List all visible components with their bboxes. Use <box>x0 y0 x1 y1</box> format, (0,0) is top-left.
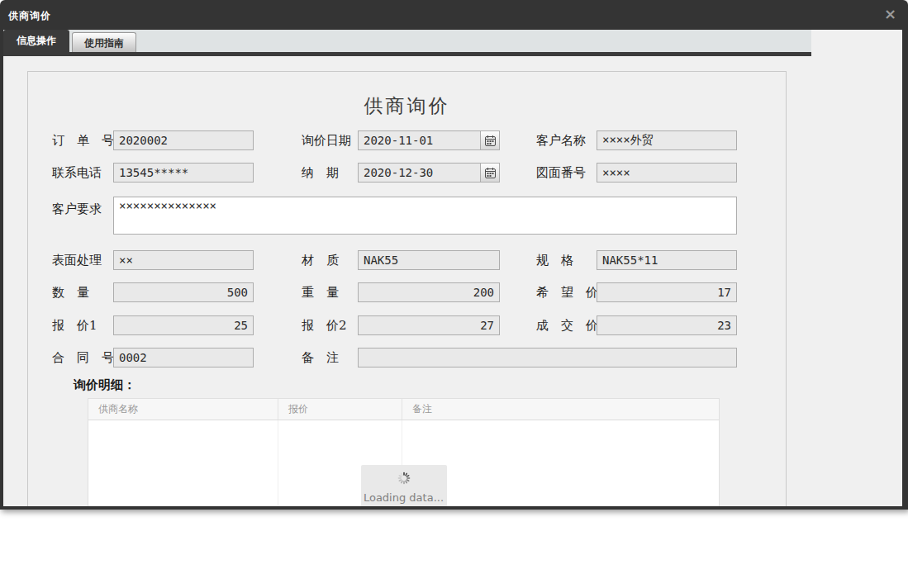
dialog-window: 供商询价 × 信息操作 使用指南 供商询价 订 单 号 询价日期 <box>0 0 908 510</box>
delivery-date-input[interactable] <box>359 164 480 182</box>
quantity-input[interactable] <box>113 282 254 302</box>
field-label-phone: 联系电话 <box>52 165 102 181</box>
field-label-customer-name: 客户名称 <box>536 133 586 149</box>
customer-req-textarea[interactable]: ×××××××××××××× <box>113 197 737 235</box>
form-panel: 供商询价 订 单 号 询价日期 <box>27 71 787 506</box>
tab-user-guide[interactable]: 使用指南 <box>72 32 136 52</box>
field-label-order-no: 订 单 号 <box>52 133 114 149</box>
tab-info-operations[interactable]: 信息操作 <box>3 30 69 52</box>
field-label-hope-price: 希 望 价 <box>536 285 598 301</box>
detail-table-header: 供商名称 报价 备注 <box>88 399 719 420</box>
field-label-inquiry-date: 询价日期 <box>302 133 351 149</box>
form-title: 供商询价 <box>28 93 786 119</box>
field-label-material: 材 质 <box>302 253 339 268</box>
calendar-icon[interactable] <box>480 131 499 149</box>
main-area: 供商询价 订 单 号 询价日期 <box>3 56 902 506</box>
field-label-quote1: 报 价1 <box>52 318 97 334</box>
deal-price-input[interactable] <box>597 315 737 335</box>
window-title: 供商询价 <box>8 9 51 23</box>
loading-indicator: Loading data... <box>361 465 447 506</box>
field-label-contract-no: 合 同 号 <box>52 350 114 366</box>
calendar-icon[interactable] <box>480 164 499 182</box>
dialog-content: 信息操作 使用指南 供商询价 订 单 号 询价日期 <box>3 30 902 506</box>
field-label-deal-price: 成 交 价 <box>536 318 598 334</box>
spec-input[interactable] <box>597 250 737 270</box>
inquiry-date-input[interactable] <box>359 131 480 149</box>
column-divider <box>278 420 278 506</box>
column-header-remark[interactable]: 备注 <box>402 399 719 420</box>
tab-strip: 信息操作 使用指南 <box>3 30 811 52</box>
field-label-quantity: 数 量 <box>52 285 89 301</box>
dialog-titlebar[interactable]: 供商询价 × <box>0 0 908 30</box>
field-label-remark: 备 注 <box>302 350 339 366</box>
remark-input[interactable] <box>358 348 737 368</box>
quote1-input[interactable] <box>113 315 254 335</box>
field-label-weight: 重 量 <box>302 285 339 301</box>
close-icon[interactable]: × <box>884 6 896 22</box>
detail-table-body: Loading data... <box>88 420 719 506</box>
hope-price-input[interactable] <box>597 282 737 302</box>
detail-table: 供商名称 报价 备注 <box>88 398 720 506</box>
field-label-spec: 规 格 <box>536 253 573 268</box>
surface-input[interactable] <box>113 250 254 270</box>
order-no-input[interactable] <box>113 130 254 150</box>
contract-no-input[interactable] <box>113 348 254 368</box>
weight-input[interactable] <box>358 282 500 302</box>
customer-name-input[interactable] <box>597 130 737 150</box>
quote2-input[interactable] <box>358 315 500 335</box>
loading-text: Loading data... <box>361 491 447 504</box>
column-header-supplier-name[interactable]: 供商名称 <box>88 399 278 420</box>
delivery-date-field <box>358 163 500 183</box>
field-label-delivery-date: 纳 期 <box>302 165 339 181</box>
field-label-drawing-no: 図面番号 <box>536 165 586 181</box>
drawing-no-input[interactable] <box>597 163 737 183</box>
field-label-surface: 表面处理 <box>52 253 102 268</box>
field-label-quote2: 报 价2 <box>302 318 347 334</box>
inquiry-date-field <box>358 130 500 150</box>
detail-section-label: 询价明细： <box>74 377 135 393</box>
material-input[interactable] <box>358 250 500 270</box>
phone-input[interactable] <box>113 163 254 183</box>
field-label-customer-req: 客户要求 <box>52 202 102 217</box>
column-header-quote[interactable]: 报价 <box>278 399 402 420</box>
spinner-icon <box>397 472 411 488</box>
